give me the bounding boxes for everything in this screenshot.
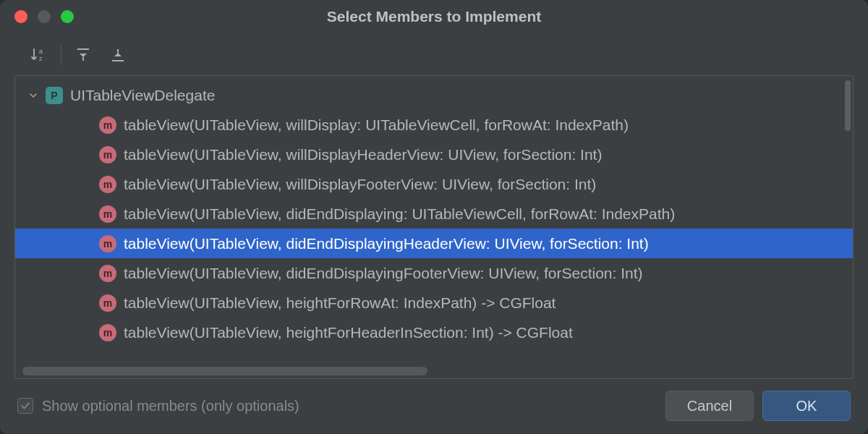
dialog-window: Select Members to Implement a z [0,0,868,434]
toolbar-separator [61,45,61,65]
chevron-down-icon [27,91,40,100]
method-signature: tableView(UITableView, heightForRowAt: I… [124,294,556,312]
method-row[interactable]: mtableView(UITableView, didEndDisplaying… [15,199,853,229]
method-signature: tableView(UITableView, willDisplay: UITa… [124,116,629,134]
sort-alpha-icon: a z [30,46,48,64]
minimize-window-button[interactable] [38,10,51,23]
window-title: Select Members to Implement [0,8,868,25]
method-badge-icon: m [99,294,116,312]
method-badge-icon: m [99,116,116,134]
window-controls [0,10,74,23]
method-row[interactable]: mtableView(UITableView, heightForRowAt: … [15,288,853,318]
protocol-badge-icon: P [46,87,63,104]
method-signature: tableView(UITableView, willDisplayHeader… [124,146,602,163]
expand-all-icon [75,47,91,63]
close-window-button[interactable] [14,10,27,23]
titlebar: Select Members to Implement [0,0,868,33]
protocol-row[interactable]: PUITableViewDelegate [15,80,853,110]
method-signature: tableView(UITableView, heightForHeaderIn… [124,324,573,341]
method-row[interactable]: mtableView(UITableView, willDisplayHeade… [15,140,853,169]
check-icon [20,400,31,412]
method-row[interactable]: mtableView(UITableView, didEndDisplaying… [15,229,853,258]
collapse-all-button[interactable] [106,43,129,67]
method-row[interactable]: mtableView(UITableView, didEndDisplaying… [15,258,853,288]
method-badge-icon: m [99,176,116,193]
members-tree[interactable]: PUITableViewDelegatemtableView(UITableVi… [15,76,853,378]
collapse-all-icon [110,47,126,63]
method-signature: tableView(UITableView, didEndDisplayingF… [124,265,643,282]
protocol-name: UITableViewDelegate [70,87,215,104]
svg-text:a: a [39,48,43,55]
show-optional-checkbox [17,398,33,414]
dialog-footer: Show optional members (only optionals) C… [0,379,868,434]
cancel-button[interactable]: Cancel [665,391,754,421]
zoom-window-button[interactable] [61,10,74,23]
method-row[interactable]: mtableView(UITableView, heightForHeaderI… [15,318,853,347]
vertical-scrollbar[interactable] [845,80,851,131]
method-badge-icon: m [99,235,116,252]
method-badge-icon: m [99,146,116,163]
method-signature: tableView(UITableView, didEndDisplaying:… [124,205,675,223]
sort-alphabetically-button[interactable]: a z [27,43,51,67]
svg-text:z: z [39,55,43,62]
method-badge-icon: m [99,324,116,341]
show-optional-label: Show optional members (only optionals) [42,398,299,414]
toolbar: a z [0,33,868,75]
method-row[interactable]: mtableView(UITableView, willDisplay: UIT… [15,110,853,140]
method-badge-icon: m [99,205,116,223]
method-signature: tableView(UITableView, didEndDisplayingH… [124,235,649,252]
horizontal-scrollbar[interactable] [22,367,427,375]
ok-button[interactable]: OK [762,391,851,421]
method-signature: tableView(UITableView, willDisplayFooter… [124,176,596,193]
method-badge-icon: m [99,265,116,282]
expand-all-button[interactable] [72,43,95,67]
method-row[interactable]: mtableView(UITableView, willDisplayFoote… [15,169,853,199]
members-tree-frame: PUITableViewDelegatemtableView(UITableVi… [14,75,854,379]
